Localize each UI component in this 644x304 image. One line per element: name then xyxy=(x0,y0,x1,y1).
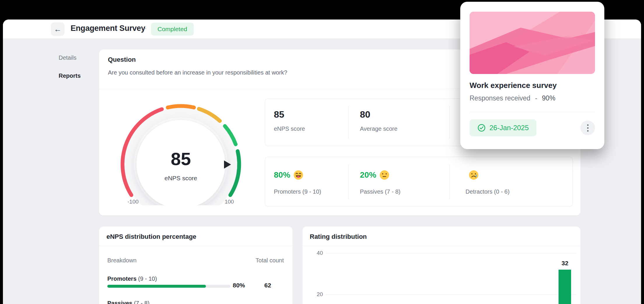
passives-row-label: Passives (7 - 8) xyxy=(107,300,150,304)
rating-bar-value: 32 xyxy=(555,260,575,267)
screen: ← Engagement Survey · Completed Details … xyxy=(0,0,644,304)
detractors-label: Detractors (0 - 6) xyxy=(466,188,510,195)
gauge-max-label: 100 xyxy=(215,199,244,205)
divider xyxy=(449,106,450,139)
kebab-dot xyxy=(587,127,589,129)
passives-stat: 20% xyxy=(360,170,390,180)
enps-score-value: 85 xyxy=(274,109,284,120)
kebab-dot xyxy=(587,124,589,126)
title-separator: · xyxy=(144,23,147,33)
sidebar-item-details[interactable]: Details xyxy=(59,54,76,61)
average-score-label: Average score xyxy=(360,126,398,132)
divider xyxy=(302,246,580,246)
enps-gauge: 85 eNPS score -100 100 xyxy=(115,100,246,205)
responses-label: Responses received xyxy=(470,94,530,102)
responses-separator: - xyxy=(535,94,537,102)
promoters-progress-track xyxy=(107,285,230,288)
more-options-button[interactable] xyxy=(580,121,595,135)
survey-date: 26-Jan-2025 xyxy=(489,124,529,132)
divider xyxy=(348,106,349,139)
enps-distribution-card: eNPS distribution percentage Breakdown T… xyxy=(99,227,293,304)
divider xyxy=(470,112,595,112)
survey-date-pill[interactable]: 26-Jan-2025 xyxy=(470,119,536,136)
divider xyxy=(449,165,450,199)
average-score-value: 80 xyxy=(360,109,370,120)
promoters-percent: 80% xyxy=(274,170,290,180)
promoters-row-range: (9 - 10) xyxy=(138,275,157,282)
rating-distribution-title: Rating distribution xyxy=(310,233,367,241)
back-arrow-icon: ← xyxy=(54,25,62,34)
divider xyxy=(348,165,349,199)
promoters-progress-fill xyxy=(107,285,206,288)
back-button[interactable]: ← xyxy=(51,22,64,36)
kebab-dot xyxy=(587,130,589,132)
total-count-column-header: Total count xyxy=(256,257,284,264)
passives-percent: 20% xyxy=(360,170,376,180)
survey-responses: Responses received - 90% xyxy=(470,94,555,102)
gauge-min-label: -100 xyxy=(118,199,148,205)
passives-label: Passives (7 - 8) xyxy=(360,188,400,195)
gridline-40 xyxy=(326,253,576,253)
grinning-face-emoji-icon xyxy=(293,170,304,180)
pink-brush-artwork xyxy=(470,12,595,74)
rating-distribution-card: Rating distribution 40 20 Response Count… xyxy=(302,227,580,304)
passives-row-name: Passives xyxy=(107,300,132,304)
detractors-stat xyxy=(466,170,479,180)
rating-bar xyxy=(559,270,571,304)
work-experience-survey-card[interactable]: Work experience survey Responses receive… xyxy=(460,2,604,149)
page-title: Engagement Survey xyxy=(71,24,145,33)
promoters-label: Promoters (9 - 10) xyxy=(274,188,321,195)
breakdown-column-header: Breakdown xyxy=(107,257,136,264)
divider xyxy=(99,246,293,246)
survey-cover-image xyxy=(470,12,595,74)
status-badge: Completed xyxy=(151,23,194,36)
survey-title: Work experience survey xyxy=(470,81,557,90)
segment-stats-card: 80% Promoters (9 - 10) 20% xyxy=(265,157,573,207)
crying-face-emoji-icon xyxy=(468,170,479,180)
question-section-title: Question xyxy=(108,56,136,63)
promoters-row-count: 62 xyxy=(257,282,279,289)
y-axis-label: Response Count xyxy=(304,286,311,304)
promoters-row-name: Promoters xyxy=(107,275,136,282)
check-circle-icon xyxy=(477,123,486,132)
promoters-row-label: Promoters (9 - 10) xyxy=(107,275,157,282)
gauge-arc xyxy=(168,106,194,107)
gauge-score-value: 85 xyxy=(152,149,210,169)
sidebar-item-reports[interactable]: Reports xyxy=(59,73,81,79)
y-tick-20: 20 xyxy=(311,291,323,298)
promoters-stat: 80% xyxy=(274,170,304,180)
passives-row-range: (7 - 8) xyxy=(134,300,149,304)
enps-distribution-title: eNPS distribution percentage xyxy=(106,233,196,241)
y-tick-40: 40 xyxy=(311,250,323,256)
responses-value: 90% xyxy=(542,94,555,102)
neutral-face-emoji-icon xyxy=(379,170,390,180)
gridline-20 xyxy=(326,294,576,295)
promoters-row-percent: 80% xyxy=(233,282,245,289)
enps-score-label: eNPS score xyxy=(274,126,305,132)
gauge-score-label: eNPS score xyxy=(152,175,210,182)
question-text: Are you consulted before an increase in … xyxy=(108,69,287,76)
